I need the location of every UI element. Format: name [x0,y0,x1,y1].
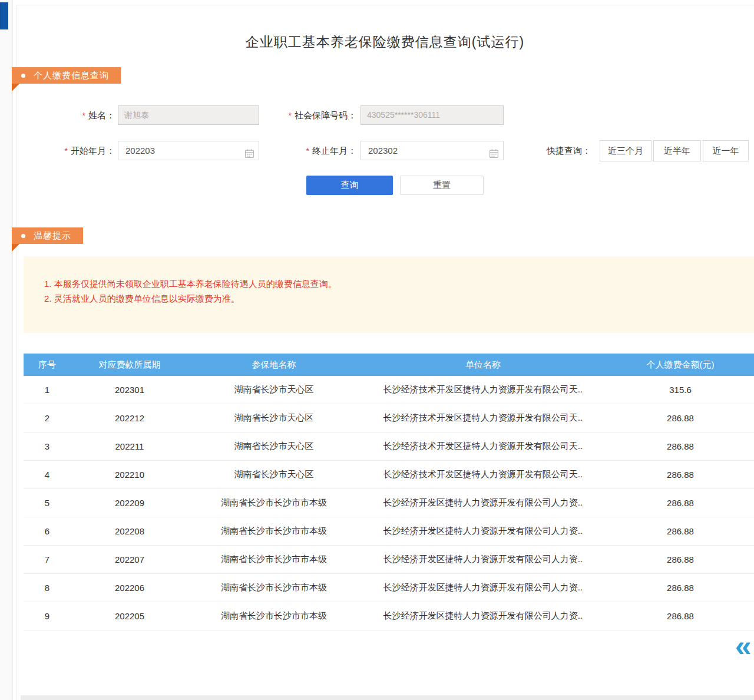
cell-employer: 长沙经济技术开发区捷特人力资源开发有限公司天.. [359,432,607,460]
start-month-field[interactable]: 202203 [118,141,259,160]
cell-period: 202207 [71,546,188,573]
col-header-location: 参保地名称 [188,354,359,376]
table-row: 9 202205 湖南省长沙市长沙市市本级 长沙经济开发区捷特人力资源开发有限公… [24,602,754,630]
cell-period: 202208 [71,517,188,545]
cell-employer: 长沙经济技术开发区捷特人力资源开发有限公司天.. [359,376,607,404]
table-row: 8 202206 湖南省长沙市长沙市市本级 长沙经济开发区捷特人力资源开发有限公… [24,574,754,602]
required-asterisk: * [306,146,309,156]
cell-index: 5 [24,489,71,517]
notice-box: 1. 本服务仅提供尚未领取企业职工基本养老保险待遇人员的缴费信息查询。 2. 灵… [24,256,754,333]
cell-index: 4 [24,461,71,488]
cell-location: 湖南省长沙市天心区 [188,404,359,432]
end-month-label: *终止年月： [272,145,356,157]
table-row: 5 202209 湖南省长沙市长沙市市本级 长沙经济开发区捷特人力资源开发有限公… [24,489,754,517]
quick-query-label: 快捷查询： [547,145,596,157]
cell-employer: 长沙经济开发区捷特人力资源开发有限公司人力资.. [359,517,607,545]
start-month-label: *开始年月： [35,145,115,157]
calendar-icon[interactable] [244,146,254,164]
quick-btn-last-year[interactable]: 近一年 [703,140,749,161]
ribbon-fold [12,244,19,252]
cell-index: 3 [24,432,71,460]
table-row: 3 202211 湖南省长沙市天心区 长沙经济技术开发区捷特人力资源开发有限公司… [24,432,754,461]
cell-amount: 286.88 [607,461,754,488]
quick-btn-last-3-months[interactable]: 近三个月 [600,140,652,161]
query-button[interactable]: 查询 [306,176,393,195]
quick-btn-last-half-year[interactable]: 近半年 [653,140,701,161]
table-header-row: 序号 对应费款所属期 参保地名称 单位名称 个人缴费金额(元) [24,354,754,376]
cell-location: 湖南省长沙市天心区 [188,376,359,404]
table-row: 1 202301 湖南省长沙市天心区 长沙经济技术开发区捷特人力资源开发有限公司… [24,376,754,404]
cell-employer: 长沙经济开发区捷特人力资源开发有限公司人力资.. [359,602,607,630]
cell-period: 202212 [71,404,188,432]
col-header-period: 对应费款所属期 [71,354,188,376]
col-header-index: 序号 [24,354,71,376]
cell-employer: 长沙经济开发区捷特人力资源开发有限公司人力资.. [359,489,607,517]
required-asterisk: * [82,111,85,120]
cell-period: 202205 [71,602,188,630]
cell-amount: 286.88 [607,404,754,432]
cell-employer: 长沙经济开发区捷特人力资源开发有限公司人力资.. [359,574,607,602]
table-row: 6 202208 湖南省长沙市长沙市市本级 长沙经济开发区捷特人力资源开发有限公… [24,517,754,546]
table-row: 2 202212 湖南省长沙市天心区 长沙经济技术开发区捷特人力资源开发有限公司… [24,404,754,432]
cell-index: 9 [24,602,71,630]
cell-location: 湖南省长沙市长沙市市本级 [188,489,359,517]
cell-employer: 长沙经济开发区捷特人力资源开发有限公司人力资.. [359,546,607,573]
section-header-personal-query: 个人缴费信息查询 [12,67,121,84]
required-asterisk: * [289,111,292,120]
calendar-icon[interactable] [489,146,499,164]
cell-amount: 286.88 [607,432,754,460]
bullet-icon [21,74,25,78]
cell-index: 6 [24,517,71,545]
cell-location: 湖南省长沙市长沙市市本级 [188,517,359,545]
cell-amount: 286.88 [607,574,754,602]
cell-location: 湖南省长沙市天心区 [188,432,359,460]
cell-employer: 长沙经济技术开发区捷特人力资源开发有限公司天.. [359,461,607,488]
sidebar-collapsed-tab[interactable] [0,2,8,29]
cell-period: 202206 [71,574,188,602]
table-row: 7 202207 湖南省长沙市长沙市市本级 长沙经济开发区捷特人力资源开发有限公… [24,546,754,574]
cell-location: 湖南省长沙市长沙市市本级 [188,602,359,630]
col-header-amount: 个人缴费金额(元) [607,354,754,376]
notice-line-2: 2. 灵活就业人员的缴费单位信息以实际缴费为准。 [44,293,240,305]
cell-period: 202210 [71,461,188,488]
notice-line-1: 1. 本服务仅提供尚未领取企业职工基本养老保险待遇人员的缴费信息查询。 [44,279,337,290]
required-asterisk: * [65,146,68,156]
left-rail [0,0,13,700]
col-header-employer: 单位名称 [359,354,607,376]
cell-period: 202211 [71,432,188,460]
ssn-label: *社会保障号码： [253,110,356,121]
payment-results-table: 序号 对应费款所属期 参保地名称 单位名称 个人缴费金额(元) 1 202301… [24,354,754,630]
pension-query-page: 企业职工基本养老保险缴费信息查询(试运行) 个人缴费信息查询 *姓名： 谢旭泰 … [0,0,754,700]
cell-employer: 长沙经济技术开发区捷特人力资源开发有限公司天.. [359,404,607,432]
name-label: *姓名： [35,110,115,121]
cell-period: 202301 [71,376,188,404]
section-label: 温馨提示 [34,230,71,242]
quick-query-group: 近三个月 近半年 近一年 [600,140,749,161]
cell-index: 8 [24,574,71,602]
cell-index: 1 [24,376,71,404]
bullet-icon [21,234,25,238]
cell-location: 湖南省长沙市天心区 [188,461,359,488]
cell-amount: 286.88 [607,517,754,545]
end-month-field[interactable]: 202302 [361,141,504,160]
table-row: 4 202210 湖南省长沙市天心区 长沙经济技术开发区捷特人力资源开发有限公司… [24,461,754,489]
name-field[interactable]: 谢旭泰 [118,105,259,125]
page-title: 企业职工基本养老保险缴费信息查询(试运行) [16,33,754,51]
reset-button[interactable]: 重置 [400,176,484,195]
cell-location: 湖南省长沙市长沙市市本级 [188,574,359,602]
double-chevron-left-icon[interactable]: « [735,632,752,660]
cell-index: 7 [24,546,71,573]
footer-strip [21,695,754,700]
ribbon-fold [12,84,19,91]
cell-amount: 286.88 [607,546,754,573]
cell-location: 湖南省长沙市长沙市市本级 [188,546,359,573]
ssn-field[interactable]: 430525******306111 [361,105,504,125]
cell-amount: 286.88 [607,602,754,630]
cell-amount: 315.6 [607,376,754,404]
section-header-tips: 温馨提示 [12,227,83,244]
cell-amount: 286.88 [607,489,754,517]
section-label: 个人缴费信息查询 [34,70,109,81]
cell-index: 2 [24,404,71,432]
cell-period: 202209 [71,489,188,517]
